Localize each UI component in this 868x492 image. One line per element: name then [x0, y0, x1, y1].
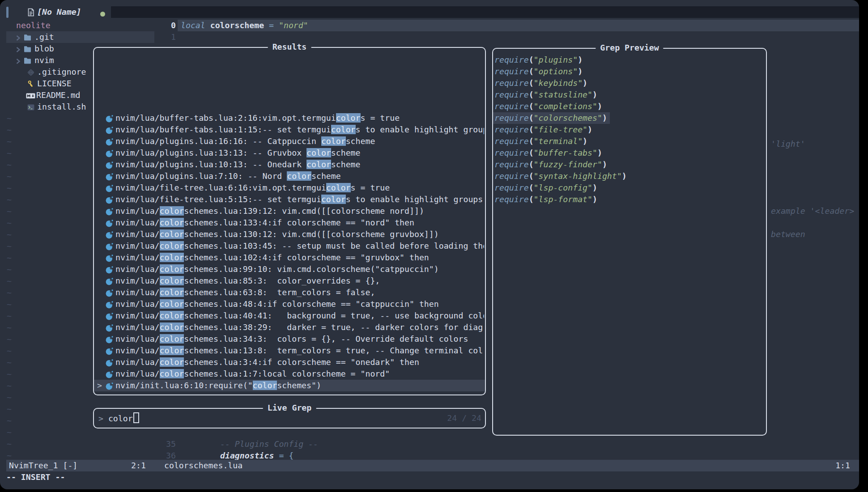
tilde: ~ — [7, 182, 12, 194]
chevron-right-icon — [16, 57, 21, 65]
preview-line: require("statusline") — [493, 89, 766, 101]
statusline-cursor-position: 1:1 — [835, 460, 850, 471]
result-row[interactable]: nvim/lua/colorschemes.lua:48:4:if colors… — [94, 298, 485, 310]
tilde: ~ — [7, 159, 12, 171]
lua-icon — [106, 185, 113, 192]
tilde: ~ — [7, 241, 12, 252]
result-row[interactable]: nvim/lua/buffer-tabs.lua:1:15:-- set ter… — [94, 124, 485, 136]
preview-lines: require("plugins")require("options")requ… — [493, 54, 766, 205]
bg-text-fragment: 'light' — [771, 138, 805, 150]
buffer-tab[interactable]: [No Name] — [37, 6, 81, 18]
tilde: ~ — [7, 264, 12, 276]
lua-icon — [106, 313, 113, 320]
tilde: ~ — [7, 299, 12, 310]
result-row[interactable]: nvim/lua/colorschemes.lua:103:45: -- set… — [94, 240, 485, 252]
preview-line: require("keybinds") — [493, 77, 766, 89]
result-row[interactable]: nvim/lua/colorschemes.lua:3:4:if colorsc… — [94, 356, 485, 368]
result-text: nvim/lua/colorschemes.lua:102:4:if color… — [115, 252, 484, 263]
tilde: ~ — [7, 322, 12, 334]
live-grep-window: Live Grep > color 24 / 24 — [93, 408, 486, 428]
result-row[interactable]: nvim/lua/plugins.lua:7:10: -- Nord color… — [94, 170, 485, 182]
live-grep-input[interactable]: > color — [98, 412, 139, 424]
tilde: ~ — [7, 194, 12, 206]
result-row[interactable]: nvim/lua/colorschemes.lua:130:12: vim.cm… — [94, 229, 485, 240]
lua-icon — [106, 348, 113, 355]
result-row[interactable]: nvim/lua/colorschemes.lua:13:8: term_col… — [94, 345, 485, 356]
tabline-indicator — [6, 7, 9, 18]
lua-icon — [106, 173, 113, 181]
terminal-icon — [27, 103, 34, 111]
tilde: ~ — [7, 392, 12, 403]
result-text: nvim/lua/colorschemes.lua:40:41: backgro… — [115, 310, 484, 322]
result-row[interactable]: nvim/lua/file-tree.lua:6:16:vim.opt.term… — [94, 182, 485, 194]
tilde: ~ — [7, 438, 12, 450]
preview-line: require("plugins") — [493, 54, 766, 66]
result-row[interactable]: nvim/lua/colorschemes.lua:102:4:if color… — [94, 252, 485, 263]
result-row[interactable]: nvim/lua/colorschemes.lua:40:41: backgro… — [94, 310, 485, 322]
lua-icon — [106, 150, 113, 157]
statusline-position: 2:1 — [131, 460, 146, 471]
result-row[interactable]: nvim/lua/file-tree.lua:5:15:-- set termg… — [94, 194, 485, 205]
document-icon — [27, 8, 35, 20]
preview-line: require("fuzzy-finder") — [493, 159, 766, 170]
result-row[interactable]: nvim/lua/plugins.lua:10:13: -- Onedark c… — [94, 159, 485, 170]
terminal-window: [No Name] neolite .gitblobnvim.gitignore… — [0, 0, 859, 489]
lua-icon — [106, 382, 113, 390]
lua-icon — [106, 336, 113, 344]
result-row[interactable]: nvim/lua/plugins.lua:13:13: -- Gruvbox c… — [94, 147, 485, 159]
tilde: ~ — [7, 252, 12, 264]
result-text: nvim/lua/buffer-tabs.lua:2:16:vim.opt.te… — [115, 112, 484, 124]
lua-icon — [106, 371, 113, 378]
result-row[interactable]: nvim/lua/colorschemes.lua:38:29: darker … — [94, 322, 485, 333]
markdown-icon — [26, 92, 35, 100]
result-row[interactable]: >nvim/init.lua:6:10:require("colorscheme… — [94, 380, 485, 391]
tree-root-title: neolite — [16, 20, 51, 31]
lua-icon — [106, 278, 113, 285]
result-row[interactable]: nvim/lua/colorschemes.lua:1:7:local colo… — [94, 368, 485, 380]
result-row[interactable]: nvim/lua/buffer-tabs.lua:2:16:vim.opt.te… — [94, 112, 485, 124]
folder-icon — [24, 57, 31, 65]
mode-indicator: -- INSERT -- — [6, 471, 65, 483]
preview-line: require("completions") — [493, 101, 766, 112]
tilde: ~ — [7, 369, 12, 380]
lua-icon — [106, 138, 113, 146]
tilde: ~ — [7, 427, 12, 438]
chevron-right-icon — [16, 46, 21, 54]
lua-icon — [106, 243, 113, 250]
result-text: nvim/lua/plugins.lua:13:13: -- Gruvbox c… — [115, 147, 484, 159]
result-row[interactable]: nvim/lua/colorschemes.lua:85:3: color_ov… — [94, 275, 485, 287]
tilde: ~ — [7, 217, 12, 229]
lua-icon — [106, 127, 113, 134]
result-text: nvim/init.lua:6:10:require("colorschemes… — [115, 380, 484, 391]
result-row[interactable]: nvim/lua/colorschemes.lua:133:4:if color… — [94, 217, 485, 229]
results-title: Results — [268, 41, 311, 53]
tilde: ~ — [7, 310, 12, 322]
result-row[interactable]: nvim/lua/colorschemes.lua:139:12: vim.cm… — [94, 205, 485, 217]
result-row[interactable]: nvim/lua/colorschemes.lua:63:8: term_col… — [94, 287, 485, 298]
result-text: nvim/lua/plugins.lua:16:16: -- Catppucci… — [115, 136, 484, 147]
gitignore-icon — [27, 68, 34, 76]
line-number: 35 — [157, 438, 176, 450]
result-row[interactable]: nvim/lua/colorschemes.lua:99:10: vim.cmd… — [94, 263, 485, 275]
result-text: nvim/lua/colorschemes.lua:48:4:if colors… — [115, 298, 484, 310]
lua-icon — [106, 208, 113, 216]
tilde: ~ — [7, 357, 12, 369]
lua-icon — [106, 289, 113, 297]
preview-line: require("file-tree") — [493, 124, 766, 136]
tabline-background — [111, 6, 859, 18]
tilde: ~ — [7, 229, 12, 241]
tilde: ~ — [7, 287, 12, 299]
tilde: ~ — [7, 113, 12, 124]
key-icon — [27, 80, 34, 88]
lua-icon — [106, 254, 113, 262]
result-counter: 24 / 24 — [447, 412, 481, 424]
tilde: ~ — [7, 148, 12, 159]
result-text: nvim/lua/file-tree.lua:5:15:-- set termg… — [115, 194, 484, 205]
result-row[interactable]: nvim/lua/colorschemes.lua:34:3: colors =… — [94, 333, 485, 345]
result-text: nvim/lua/colorschemes.lua:85:3: color_ov… — [115, 275, 484, 287]
result-row[interactable]: nvim/lua/plugins.lua:16:16: -- Catppucci… — [94, 136, 485, 147]
result-text: nvim/lua/colorschemes.lua:103:45: -- set… — [115, 240, 484, 252]
tilde: ~ — [7, 171, 12, 182]
lua-icon — [106, 196, 113, 204]
grep-preview-title: Grep Preview — [596, 42, 663, 54]
